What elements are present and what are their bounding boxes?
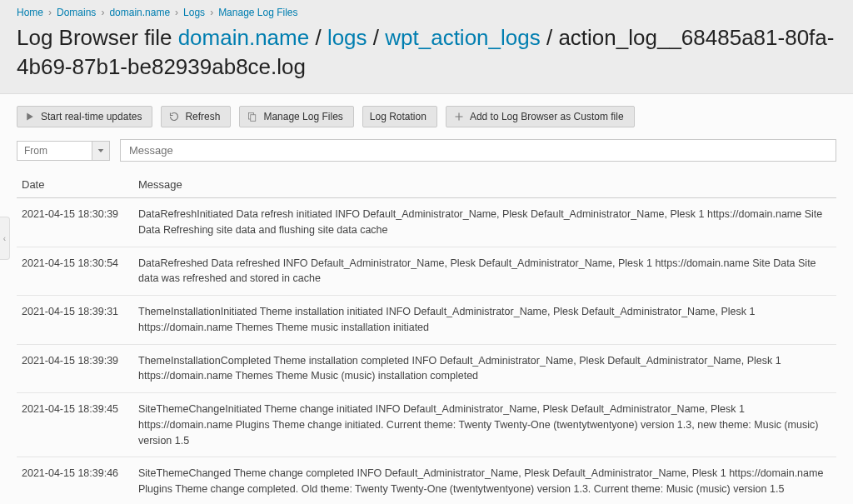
title-path-segment: /	[541, 25, 559, 50]
table-row: 2021-04-15 18:39:46SiteThemeChanged Them…	[17, 457, 836, 504]
log-date: 2021-04-15 18:39:45	[17, 393, 133, 457]
log-date: 2021-04-15 18:39:31	[17, 296, 133, 345]
chevron-right-icon: ›	[48, 7, 52, 18]
files-icon	[247, 111, 258, 122]
title-path-link[interactable]: domain.name	[178, 25, 310, 50]
table-row: 2021-04-15 18:39:45SiteThemeChangeInitia…	[17, 393, 836, 457]
log-message: DataRefreshInitiated Data refresh initia…	[133, 198, 836, 247]
log-message: ThemeInstallationInitiated Theme install…	[133, 296, 836, 345]
message-filter-input[interactable]	[120, 139, 836, 162]
title-path-segment: /	[309, 25, 327, 50]
title-path-segment: /	[367, 25, 386, 50]
refresh-icon	[168, 111, 180, 122]
log-date: 2021-04-15 18:30:39	[17, 198, 133, 247]
breadcrumb-item[interactable]: Logs	[183, 7, 205, 18]
page-title: Log Browser file domain.name / logs / wp…	[17, 23, 836, 82]
chevron-right-icon: ›	[101, 7, 104, 18]
log-rotation-button[interactable]: Log Rotation	[362, 106, 437, 127]
title-path-link[interactable]: logs	[327, 25, 367, 50]
breadcrumb-item[interactable]: Domains	[57, 7, 96, 18]
title-path-link[interactable]: wpt_action_logs	[385, 25, 540, 50]
sidebar-collapse-handle[interactable]: ‹	[0, 217, 10, 260]
chevron-down-icon	[97, 144, 104, 157]
filter-row	[0, 136, 853, 172]
toolbar-label: Start real-time updates	[41, 111, 142, 122]
breadcrumb: Home›Domains›domain.name›Logs›Manage Log…	[17, 7, 836, 18]
table-row: 2021-04-15 18:39:31ThemeInstallationInit…	[17, 296, 836, 345]
breadcrumb-item[interactable]: domain.name	[109, 7, 170, 18]
toolbar-label: Log Rotation	[370, 111, 426, 122]
breadcrumb-item[interactable]: Manage Log Files	[218, 7, 297, 18]
log-message: DataRefreshed Data refreshed INFO Defaul…	[133, 247, 836, 296]
from-date-dropdown-button[interactable]	[92, 141, 110, 161]
toolbar-label: Manage Log Files	[263, 111, 342, 122]
svg-rect-2	[251, 115, 256, 122]
plus-icon	[453, 111, 465, 122]
log-message: SiteThemeChanged Theme change completed …	[133, 457, 836, 504]
log-table: Date Message 2021-04-15 18:30:39DataRefr…	[17, 172, 836, 504]
chevron-right-icon: ›	[175, 7, 178, 18]
table-row: 2021-04-15 18:30:54DataRefreshed Data re…	[17, 247, 836, 296]
toolbar-label: Refresh	[185, 111, 220, 122]
breadcrumb-item[interactable]: Home	[17, 7, 43, 18]
log-message: SiteThemeChangeInitiated Theme change in…	[133, 393, 836, 457]
refresh-button[interactable]: Refresh	[161, 106, 231, 127]
log-message: ThemeInstallationCompleted Theme install…	[133, 344, 836, 393]
log-date: 2021-04-15 18:30:54	[17, 247, 133, 296]
toolbar-label: Add to Log Browser as Custom file	[470, 111, 624, 122]
svg-marker-0	[27, 113, 33, 121]
manage-log-files-button[interactable]: Manage Log Files	[239, 106, 353, 127]
table-row: 2021-04-15 18:30:39DataRefreshInitiated …	[17, 198, 836, 247]
log-date: 2021-04-15 18:39:39	[17, 344, 133, 393]
svg-marker-3	[98, 149, 104, 152]
play-icon	[24, 111, 36, 122]
start-realtime-updates-button[interactable]: Start real-time updates	[17, 106, 152, 127]
from-date-input[interactable]	[17, 141, 92, 161]
toolbar: Start real-time updates Refresh Manage L…	[0, 94, 853, 136]
chevron-right-icon: ›	[210, 7, 213, 18]
column-header-message[interactable]: Message	[133, 172, 836, 198]
table-row: 2021-04-15 18:39:39ThemeInstallationComp…	[17, 344, 836, 393]
column-header-date[interactable]: Date	[17, 172, 133, 198]
add-custom-file-button[interactable]: Add to Log Browser as Custom file	[446, 106, 635, 127]
log-date: 2021-04-15 18:39:46	[17, 457, 133, 504]
